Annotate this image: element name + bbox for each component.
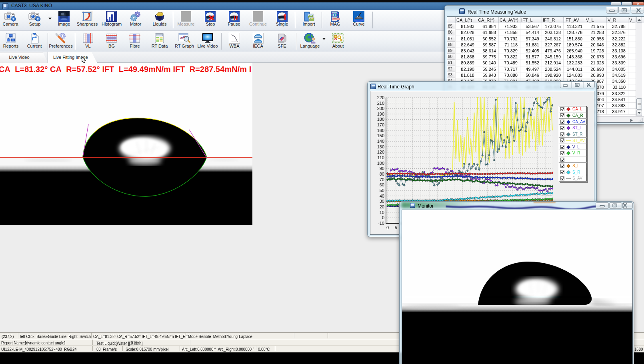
svg-text:200: 200 — [377, 106, 384, 111]
svg-text:70: 70 — [380, 177, 384, 182]
svg-text:90: 90 — [380, 166, 384, 171]
svg-text:180: 180 — [377, 117, 384, 122]
svg-text:130: 130 — [377, 144, 384, 149]
svg-text:30: 30 — [380, 199, 384, 204]
svg-text:140: 140 — [377, 139, 384, 144]
svg-text:0: 0 — [386, 225, 389, 230]
svg-text:120: 120 — [377, 150, 384, 154]
svg-text:0: 0 — [382, 215, 384, 220]
svg-text:110: 110 — [377, 155, 384, 160]
svg-text:5: 5 — [395, 225, 397, 230]
svg-text:-10: -10 — [378, 221, 384, 226]
svg-text:210: 210 — [377, 101, 384, 106]
svg-text:150: 150 — [377, 133, 384, 138]
svg-text:60: 60 — [380, 182, 384, 187]
svg-text:190: 190 — [377, 112, 384, 116]
svg-text:220: 220 — [377, 95, 384, 100]
svg-text:50: 50 — [380, 188, 384, 193]
svg-text:80: 80 — [380, 172, 384, 176]
svg-text:160: 160 — [377, 128, 384, 133]
svg-text:10: 10 — [380, 210, 384, 215]
svg-text:100: 100 — [377, 161, 384, 166]
svg-text:170: 170 — [377, 122, 384, 127]
svg-text:20: 20 — [380, 204, 384, 209]
svg-text:40: 40 — [380, 194, 384, 198]
